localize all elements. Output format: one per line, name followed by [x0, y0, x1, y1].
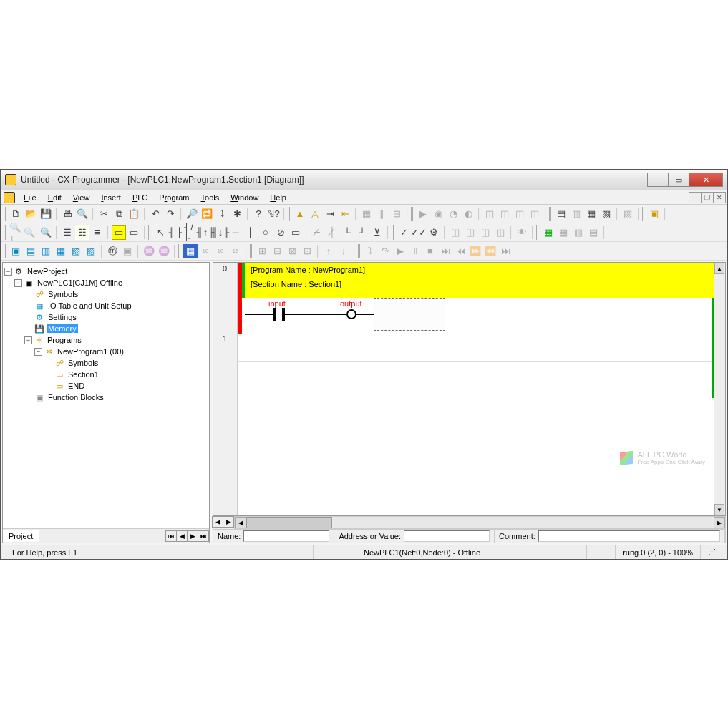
monitor-mode-icon[interactable]: ◉: [431, 207, 445, 221]
menu-help[interactable]: Help: [264, 190, 292, 204]
fast-fwd-icon[interactable]: ⏩: [468, 244, 482, 258]
pause-icon[interactable]: ⏸: [408, 244, 422, 258]
vertical-scrollbar[interactable]: ▲ ▼: [714, 263, 725, 515]
tool3-icon[interactable]: ◫: [513, 207, 527, 221]
view-comments-icon[interactable]: ☷: [75, 225, 89, 240]
compile-all-icon[interactable]: ✓✓: [412, 225, 426, 240]
step-next-icon[interactable]: ⏭: [438, 244, 452, 258]
toolbar-grip[interactable]: [4, 244, 6, 258]
contact-or-icon[interactable]: ╢↑╟: [198, 225, 213, 240]
minimize-button[interactable]: ─: [647, 173, 669, 187]
comment-input[interactable]: [538, 530, 720, 542]
tree-program-symbols[interactable]: ☍ Symbols: [4, 357, 208, 369]
zoom-out-icon[interactable]: 🔍-: [24, 225, 38, 240]
toolbar-grip[interactable]: [4, 225, 6, 240]
scroll-up-icon[interactable]: ▲: [714, 263, 724, 274]
new-file-icon[interactable]: 🗋: [9, 207, 23, 221]
tree-nav-next-icon[interactable]: ▶: [187, 530, 198, 542]
output-coil[interactable]: [346, 309, 356, 319]
redo-icon[interactable]: ↷: [163, 207, 178, 221]
name-input[interactable]: [243, 530, 329, 542]
status-grip[interactable]: ⋰: [700, 545, 723, 559]
line-h-icon[interactable]: ─: [228, 225, 243, 240]
corner-icon[interactable]: └: [340, 225, 354, 240]
data-trace-icon[interactable]: ▦: [183, 244, 198, 258]
view-watch-icon[interactable]: ▥: [39, 244, 53, 258]
address-input[interactable]: [404, 530, 490, 542]
tree-project-root[interactable]: − ⚙ NewProject: [4, 266, 208, 277]
tool4-icon[interactable]: ◫: [528, 207, 542, 221]
toolbar-grip[interactable]: [549, 207, 552, 221]
radix10s-icon[interactable]: 10: [213, 244, 228, 258]
transfer-to-plc-icon[interactable]: ⇥: [323, 207, 337, 221]
compile-icon[interactable]: ✓: [397, 225, 411, 240]
help-icon[interactable]: ?: [251, 207, 266, 221]
view-cross-icon[interactable]: ▧: [69, 244, 83, 258]
replace-icon[interactable]: 🔁: [200, 207, 214, 221]
zoom-fit-icon[interactable]: 🔍: [39, 225, 53, 240]
contact-no-icon[interactable]: ╢╟: [168, 225, 183, 240]
network4-icon[interactable]: ▤: [586, 225, 601, 240]
undo-icon[interactable]: ↶: [148, 207, 162, 221]
debug-icon[interactable]: ⊟: [389, 207, 404, 221]
mdi-restore-button[interactable]: ❐: [701, 192, 714, 203]
scroll-left-icon[interactable]: ◀: [235, 517, 246, 528]
tree-program1[interactable]: − ✲ NewProgram1 (00): [4, 346, 208, 357]
debug-mode-icon[interactable]: ◔: [446, 207, 460, 221]
radix16-icon[interactable]: 16: [228, 244, 243, 258]
tree-programs[interactable]: − ✲ Programs: [4, 334, 208, 346]
tree-settings[interactable]: ⚙ Settings: [4, 311, 208, 323]
diff-down-icon[interactable]: ↓: [336, 244, 351, 258]
radix10-icon[interactable]: 10: [198, 244, 213, 258]
tree-function-blocks[interactable]: ▣ Function Blocks: [4, 392, 208, 403]
find-icon[interactable]: 🔎: [185, 207, 199, 221]
tree-plc[interactable]: − ▣ NewPLC1[CJ1M] Offline: [4, 277, 208, 288]
send-changes-icon[interactable]: ◫: [463, 225, 477, 240]
view-mnemonic-icon[interactable]: ⓜ: [105, 244, 120, 258]
program-mode-icon[interactable]: ◐: [461, 207, 475, 221]
view-local-icon[interactable]: ▨: [84, 244, 98, 258]
tree-end[interactable]: ▭ END: [4, 380, 208, 392]
cut-icon[interactable]: ✂: [97, 207, 111, 221]
force-on-icon[interactable]: ⊞: [255, 244, 269, 258]
toolbar-grip[interactable]: [411, 207, 414, 221]
work-online-icon[interactable]: ▲: [293, 207, 307, 221]
step-over-icon[interactable]: ↷: [378, 244, 392, 258]
tree-symbols[interactable]: ☍ Symbols: [4, 288, 208, 300]
run-icon[interactable]: ▶: [393, 244, 407, 258]
view-diagram-icon[interactable]: ▣: [120, 244, 135, 258]
transfer-from-plc-icon[interactable]: ⇤: [338, 207, 352, 221]
contact-ornc-icon[interactable]: ╢↓╟: [213, 225, 228, 240]
ladder-diagram[interactable]: 0 1 [Program Name : NewProgram1] [Sectio…: [213, 262, 726, 516]
force-cancel-icon[interactable]: ⊠: [285, 244, 299, 258]
corner2-icon[interactable]: ┘: [355, 225, 369, 240]
select-all-icon[interactable]: ▨: [621, 207, 635, 221]
comment-view-icon[interactable]: ♒: [142, 244, 156, 258]
view-project-icon[interactable]: ▣: [9, 244, 23, 258]
rung-number-0[interactable]: 0: [213, 264, 236, 273]
menu-view[interactable]: View: [67, 190, 96, 204]
tree-nav-first-icon[interactable]: ⏮: [165, 530, 177, 542]
expand-icon[interactable]: −: [4, 268, 12, 276]
line-v-icon[interactable]: │: [243, 225, 258, 240]
expand-icon[interactable]: −: [24, 336, 32, 344]
toolbar-grip[interactable]: [250, 244, 253, 258]
toolbar-grip[interactable]: [148, 225, 151, 240]
menu-window[interactable]: Window: [225, 190, 264, 204]
tree-section1[interactable]: ▭ Section1: [4, 369, 208, 380]
cancel-changes-icon[interactable]: ◫: [478, 225, 492, 240]
close-button[interactable]: ✕: [689, 173, 723, 187]
instruction-icon[interactable]: ▭: [288, 225, 303, 240]
paste-icon[interactable]: 📋: [127, 207, 141, 221]
rung-0-ladder[interactable]: input output: [245, 298, 714, 334]
tree-nav-prev-icon[interactable]: ◀: [176, 530, 188, 542]
fast-rev-icon[interactable]: ⏪: [483, 244, 498, 258]
contact-nc-icon[interactable]: ╢/╟: [183, 225, 198, 240]
window2-icon[interactable]: ▧: [599, 207, 613, 221]
window-cascade-icon[interactable]: ▥: [569, 207, 583, 221]
tree-nav-last-icon[interactable]: ⏭: [198, 530, 209, 542]
auto-online-icon[interactable]: ◬: [308, 207, 322, 221]
view-address-icon[interactable]: ▦: [54, 244, 68, 258]
step-prev-icon[interactable]: ⏮: [453, 244, 467, 258]
coil-icon[interactable]: ○: [258, 225, 273, 240]
